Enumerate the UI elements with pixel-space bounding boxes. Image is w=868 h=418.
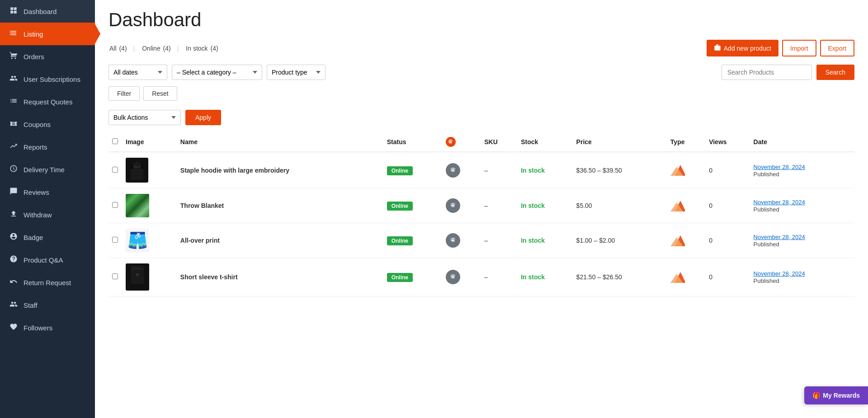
sidebar-item-product-qa[interactable]: Product Q&A xyxy=(0,249,95,271)
th-status: Status xyxy=(383,132,442,152)
product-date-link[interactable]: November 28, 2024 xyxy=(754,270,805,277)
th-megaphone xyxy=(442,132,481,152)
sidebar-item-listing[interactable]: Listing xyxy=(0,23,95,45)
sidebar-item-coupons[interactable]: Coupons xyxy=(0,113,95,136)
product-name[interactable]: All-over print xyxy=(180,237,220,244)
delivery-time-icon xyxy=(9,164,18,174)
add-new-product-button[interactable]: Add new product xyxy=(707,40,778,56)
row-checkbox[interactable] xyxy=(112,273,118,279)
tab-in-stock[interactable]: In stock (4) xyxy=(185,45,218,52)
product-name-cell: Throw Blanket xyxy=(177,188,383,223)
filter-button[interactable]: Filter xyxy=(108,86,140,101)
product-name[interactable]: Throw Blanket xyxy=(180,202,224,209)
dates-filter[interactable]: All dates xyxy=(108,65,167,80)
add-new-product-label: Add new product xyxy=(724,45,771,52)
product-date-link[interactable]: November 28, 2024 xyxy=(754,164,805,170)
svg-rect-2 xyxy=(10,34,11,35)
badge-icon xyxy=(9,232,18,242)
sidebar-item-badge[interactable]: Badge xyxy=(0,226,95,249)
select-all-checkbox[interactable] xyxy=(112,138,118,144)
product-qa-icon xyxy=(9,255,18,265)
th-price: Price xyxy=(573,132,667,152)
listing-icon xyxy=(9,29,18,39)
product-status-cell: Online xyxy=(383,188,442,223)
row-checkbox[interactable] xyxy=(112,237,118,243)
briefcase-icon xyxy=(714,44,721,52)
product-views-cell: 0 xyxy=(705,223,750,258)
tab-all[interactable]: All (4) xyxy=(108,45,127,52)
sidebar-item-followers[interactable]: Followers xyxy=(0,316,95,339)
product-image-cell xyxy=(122,152,177,188)
products-table: Image Name Status SKU Stock Price Type V… xyxy=(108,132,854,296)
product-type-filter[interactable]: Product type xyxy=(267,65,326,80)
product-type-cell xyxy=(667,188,705,223)
type-icon xyxy=(670,269,702,285)
megaphone-button[interactable] xyxy=(446,163,460,178)
my-rewards-button[interactable]: 🎁 My Rewards xyxy=(804,386,868,404)
product-type-cell xyxy=(667,258,705,296)
row-checkbox-cell xyxy=(108,152,122,188)
stock-status: In stock xyxy=(521,167,545,174)
sidebar-item-user-subscriptions[interactable]: User Subscriptions xyxy=(0,68,95,90)
product-date-link[interactable]: November 28, 2024 xyxy=(754,199,805,206)
export-label: Export xyxy=(828,45,846,52)
megaphone-button[interactable] xyxy=(446,233,460,248)
reset-button[interactable]: Reset xyxy=(143,86,177,101)
sidebar-item-withdraw[interactable]: Withdraw xyxy=(0,203,95,226)
product-status-cell: Online xyxy=(383,223,442,258)
product-name-cell: Staple hoodie with large embroidery xyxy=(177,152,383,188)
sidebar-item-orders[interactable]: Orders xyxy=(0,45,95,68)
sidebar-item-dashboard[interactable]: Dashboard xyxy=(0,0,95,23)
product-date-cell: November 28, 2024Published xyxy=(750,258,854,296)
apply-button[interactable]: Apply xyxy=(185,110,221,125)
sidebar-item-label: Listing xyxy=(24,30,43,38)
tab-all-count: (4) xyxy=(119,45,127,52)
sidebar-item-reports[interactable]: Reports xyxy=(0,136,95,158)
staff-icon xyxy=(9,300,18,310)
tab-separator-1: | xyxy=(133,45,135,52)
sidebar-item-label: Orders xyxy=(24,53,44,61)
product-status-cell: Online xyxy=(383,258,442,296)
row-checkbox[interactable] xyxy=(112,202,118,208)
sidebar-item-reviews[interactable]: Reviews xyxy=(0,181,95,203)
status-badge: Online xyxy=(387,202,413,211)
reset-label: Reset xyxy=(152,90,169,97)
th-views: Views xyxy=(705,132,750,152)
tab-in-stock-count: (4) xyxy=(210,45,218,52)
sidebar-item-label: Product Q&A xyxy=(24,256,63,264)
type-icon xyxy=(670,233,702,249)
sidebar-item-return-request[interactable]: Return Request xyxy=(0,271,95,294)
megaphone-button[interactable] xyxy=(446,198,460,213)
product-name-cell: Short sleeve t-shirt xyxy=(177,258,383,296)
sidebar-item-request-quotes[interactable]: Request Quotes xyxy=(0,90,95,113)
th-image: Image xyxy=(122,132,177,152)
megaphone-button[interactable] xyxy=(446,270,460,284)
main-content: Dashboard All (4) | Online (4) | In stoc… xyxy=(95,0,868,418)
export-button[interactable]: Export xyxy=(820,40,854,56)
dashboard-icon xyxy=(9,6,18,16)
product-published: Published xyxy=(754,277,779,284)
product-name[interactable]: Short sleeve t-shirt xyxy=(180,273,238,281)
product-sku-cell: – xyxy=(481,188,517,223)
product-sku-cell: – xyxy=(481,258,517,296)
sidebar-item-staff[interactable]: Staff xyxy=(0,294,95,316)
product-date-link[interactable]: November 28, 2024 xyxy=(754,234,805,240)
tab-online-label: Online xyxy=(142,45,160,52)
search-products-input[interactable] xyxy=(722,65,812,80)
import-button[interactable]: Import xyxy=(782,40,816,56)
bulk-actions-select[interactable]: Bulk Actions xyxy=(108,110,181,125)
th-name: Name xyxy=(177,132,383,152)
sidebar-item-label: Return Request xyxy=(24,279,71,286)
row-checkbox[interactable] xyxy=(112,167,118,173)
row-checkbox-cell xyxy=(108,223,122,258)
search-button[interactable]: Search xyxy=(816,65,854,80)
product-image-cell: 🩳 xyxy=(122,223,177,258)
product-name[interactable]: Staple hoodie with large embroidery xyxy=(180,167,289,174)
action-buttons: Add new product Import Export xyxy=(707,40,854,56)
sidebar-item-delivery-time[interactable]: Delivery Time xyxy=(0,158,95,181)
sidebar-item-label: Reports xyxy=(24,143,47,151)
tab-online[interactable]: Online (4) xyxy=(141,45,170,52)
category-filter[interactable]: – Select a category – xyxy=(172,65,262,80)
product-date-cell: November 28, 2024Published xyxy=(750,188,854,223)
search-label: Search xyxy=(826,69,845,76)
